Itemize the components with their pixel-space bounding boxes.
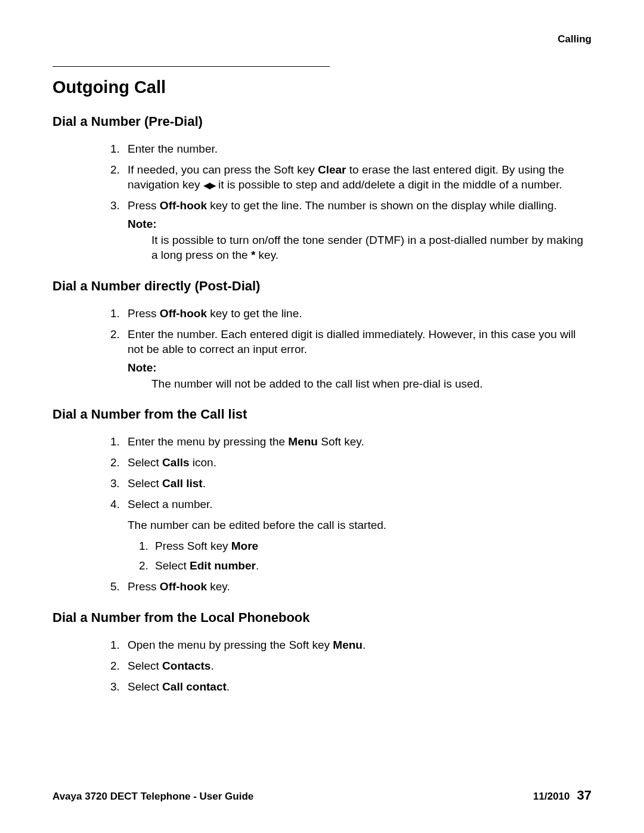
footer-right: 11/201037 <box>533 788 592 803</box>
text: Press <box>128 580 160 593</box>
heading-calllist: Dial a Number from the Call list <box>52 407 592 422</box>
list-item: Select Calls icon. <box>123 455 592 470</box>
text: It is possible to turn on/off the tone s… <box>151 234 583 261</box>
bold-text: Calls <box>162 456 189 469</box>
header-section-label: Calling <box>558 33 592 45</box>
text: Press Soft key <box>155 540 231 552</box>
text: . <box>227 680 230 693</box>
text: . <box>256 559 259 572</box>
list-item: Select a number. The number can be edite… <box>123 497 592 573</box>
bold-text: Clear <box>318 163 346 176</box>
text: Enter the number. <box>128 143 218 155</box>
list-item: Select Edit number. <box>151 558 592 573</box>
horizontal-rule <box>52 66 330 67</box>
text: Press <box>128 307 160 320</box>
text: key to get the line. <box>207 307 302 320</box>
text: Open the menu by pressing the Soft key <box>128 639 333 651</box>
text: If needed, you can press the Soft key <box>128 163 318 176</box>
list-item: Select Call list. <box>123 476 592 491</box>
list-calllist: Enter the menu by pressing the Menu Soft… <box>52 434 592 594</box>
nav-left-right-icon: ◀▶ <box>203 179 215 191</box>
page-number: 37 <box>577 788 592 803</box>
list-item: Enter the number. Each entered digit is … <box>123 327 592 391</box>
text: Select <box>128 477 162 490</box>
text: Soft key. <box>318 435 364 448</box>
heading-phonebook: Dial a Number from the Local Phonebook <box>52 610 592 625</box>
heading-postdial: Dial a Number directly (Post-Dial) <box>52 278 592 294</box>
list-item: Press Off-hook key to get the line. The … <box>123 198 592 262</box>
note-block: Note: The number will not be added to th… <box>128 360 592 391</box>
text: Enter the number. Each entered digit is … <box>128 328 576 355</box>
note-label: Note: <box>128 216 592 231</box>
text: Press <box>128 199 160 212</box>
sub-list: Press Soft key More Select Edit number. <box>128 538 592 573</box>
list-predial: Enter the number. If needed, you can pre… <box>52 141 592 263</box>
document-page: Calling Outgoing Call Dial a Number (Pre… <box>0 0 644 833</box>
list-item: Press Off-hook key to get the line. <box>123 306 592 321</box>
list-item: Press Soft key More <box>151 538 592 553</box>
note-block: Note: It is possible to turn on/off the … <box>128 216 592 262</box>
text: Select <box>128 659 162 672</box>
list-item: Select Contacts. <box>123 658 592 673</box>
text: Select <box>128 680 162 693</box>
text: . <box>210 659 213 672</box>
page-title: Outgoing Call <box>52 78 592 97</box>
list-item: Enter the menu by pressing the Menu Soft… <box>123 434 592 449</box>
footer-doc-title: Avaya 3720 DECT Telephone - User Guide <box>52 791 253 803</box>
text: it is possible to step and add/delete a … <box>215 178 562 191</box>
text: . <box>203 477 206 490</box>
text: Select <box>155 559 190 572</box>
bold-text: Menu <box>288 435 318 448</box>
bold-text: Call list <box>162 477 203 490</box>
list-item: Enter the number. <box>123 141 592 156</box>
list-phonebook: Open the menu by pressing the Soft key M… <box>52 637 592 694</box>
list-item: If needed, you can press the Soft key Cl… <box>123 162 592 192</box>
text: key. <box>255 249 278 261</box>
text: Select <box>128 456 162 469</box>
text: . <box>363 639 366 651</box>
footer-date: 11/2010 <box>533 791 569 802</box>
text: Select a number. <box>128 498 213 510</box>
note-text: It is possible to turn on/off the tone s… <box>128 233 592 262</box>
bold-text: Off-hook <box>160 580 207 593</box>
bold-text: Menu <box>333 639 363 651</box>
bold-text: Off-hook <box>160 199 207 212</box>
bold-text: Edit number <box>190 559 256 572</box>
list-item: Select Call contact. <box>123 679 592 694</box>
heading-predial: Dial a Number (Pre-Dial) <box>52 114 592 129</box>
text: Enter the menu by pressing the <box>128 435 288 448</box>
text: key. <box>207 580 230 593</box>
list-postdial: Press Off-hook key to get the line. Ente… <box>52 306 592 391</box>
text: icon. <box>190 456 216 469</box>
list-item: Open the menu by pressing the Soft key M… <box>123 637 592 652</box>
paragraph: The number can be edited before the call… <box>128 518 592 532</box>
bold-text: More <box>231 540 258 552</box>
note-text: The number will not be added to the call… <box>128 376 592 391</box>
bold-text: Contacts <box>162 659 210 672</box>
bold-text: Call contact <box>162 680 227 693</box>
note-label: Note: <box>128 360 592 375</box>
page-footer: Avaya 3720 DECT Telephone - User Guide 1… <box>52 788 592 803</box>
list-item: Press Off-hook key. <box>123 579 592 594</box>
bold-text: Off-hook <box>160 307 207 320</box>
text: key to get the line. The number is shown… <box>207 199 557 212</box>
